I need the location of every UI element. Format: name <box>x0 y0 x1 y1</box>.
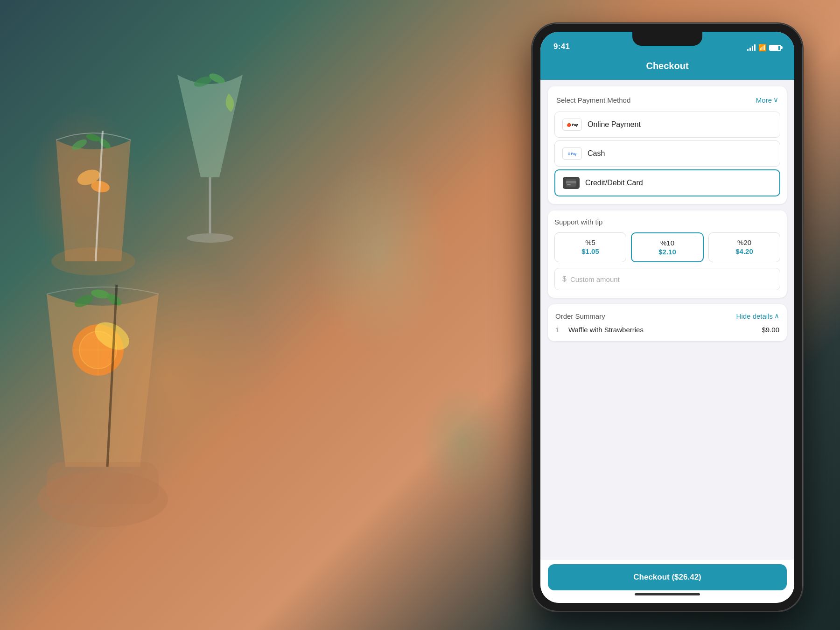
bottom-checkout-area: Checkout ($26.42) <box>540 559 794 603</box>
payment-option-online[interactable]: 🍎 Pay Online Payment <box>554 112 780 138</box>
tip-5-button[interactable]: %5 $1.05 <box>554 232 626 262</box>
payment-method-header: Select Payment Method More ∨ <box>548 88 787 109</box>
tip-section-label: Support with tip <box>554 218 780 226</box>
more-button[interactable]: More ∨ <box>756 96 778 104</box>
content-area[interactable]: Select Payment Method More ∨ 🍎 Pay O <box>540 80 794 559</box>
app-header: Checkout <box>540 55 794 80</box>
phone-device: 9:41 📶 Checkout <box>532 23 803 611</box>
payment-method-label: Select Payment Method <box>556 96 630 104</box>
order-summary-section: Order Summary Hide details ∧ 1 Waffle wi… <box>548 304 787 341</box>
battery-icon <box>769 45 781 51</box>
svg-rect-24 <box>567 184 571 185</box>
payment-option-cash[interactable]: G Pay Cash <box>554 140 780 167</box>
chevron-up-icon: ∧ <box>774 312 779 320</box>
card-label: Credit/Debit Card <box>585 179 643 187</box>
home-indicator <box>635 593 700 595</box>
order-item: 1 Waffle with Strawberries $9.00 <box>555 326 779 334</box>
apple-pay-icon: 🍎 Pay <box>562 119 582 131</box>
tip-5-amount: $1.05 <box>559 247 622 255</box>
tip-20-button[interactable]: %20 $4.20 <box>708 232 780 262</box>
phone-shell: 9:41 📶 Checkout <box>532 23 803 611</box>
order-summary-label: Order Summary <box>555 312 605 320</box>
custom-amount-placeholder: Custom amount <box>570 275 620 283</box>
svg-point-8 <box>187 233 233 243</box>
payment-options-list: 🍎 Pay Online Payment G Pay Cash <box>548 112 787 204</box>
svg-rect-20 <box>47 462 159 504</box>
tip-20-percent: %20 <box>713 238 776 246</box>
cocktail-decoration-2 <box>163 47 257 280</box>
tip-10-percent: %10 <box>636 239 699 247</box>
tip-10-button[interactable]: %10 $2.10 <box>631 232 704 262</box>
tip-10-amount: $2.10 <box>636 248 699 256</box>
tip-20-amount: $4.20 <box>713 247 776 255</box>
google-pay-icon: G Pay <box>562 147 582 160</box>
phone-screen: 9:41 📶 Checkout <box>540 32 794 603</box>
payment-option-card[interactable]: Credit/Debit Card <box>554 169 780 196</box>
order-summary-header: Order Summary Hide details ∧ <box>555 312 779 320</box>
checkout-button[interactable]: Checkout ($26.42) <box>548 564 787 590</box>
item-price: $9.00 <box>762 326 779 334</box>
tip-5-percent: %5 <box>559 238 622 246</box>
checkout-title: Checkout <box>646 61 688 71</box>
status-icons: 📶 <box>747 44 781 51</box>
cash-label: Cash <box>588 149 605 158</box>
dollar-sign-icon: $ <box>562 275 567 283</box>
wifi-icon: 📶 <box>758 44 766 51</box>
payment-method-section: Select Payment Method More ∨ 🍎 Pay O <box>548 86 787 204</box>
custom-amount-field[interactable]: $ Custom amount <box>554 268 780 290</box>
item-name: Waffle with Strawberries <box>568 326 757 334</box>
phone-notch <box>632 32 702 46</box>
chevron-down-icon: ∨ <box>773 96 778 104</box>
item-quantity: 1 <box>555 326 564 334</box>
tip-section: Support with tip %5 $1.05 %10 $2.10 <box>548 210 787 298</box>
status-time: 9:41 <box>553 42 570 51</box>
hand-decoration <box>9 257 205 537</box>
online-payment-label: Online Payment <box>588 120 641 129</box>
signal-icon <box>747 44 756 51</box>
svg-rect-23 <box>566 181 576 183</box>
svg-point-4 <box>85 133 102 143</box>
hide-details-button[interactable]: Hide details ∧ <box>736 312 779 320</box>
card-icon <box>563 177 580 189</box>
tip-buttons: %5 $1.05 %10 $2.10 %20 $4.20 <box>554 232 780 262</box>
